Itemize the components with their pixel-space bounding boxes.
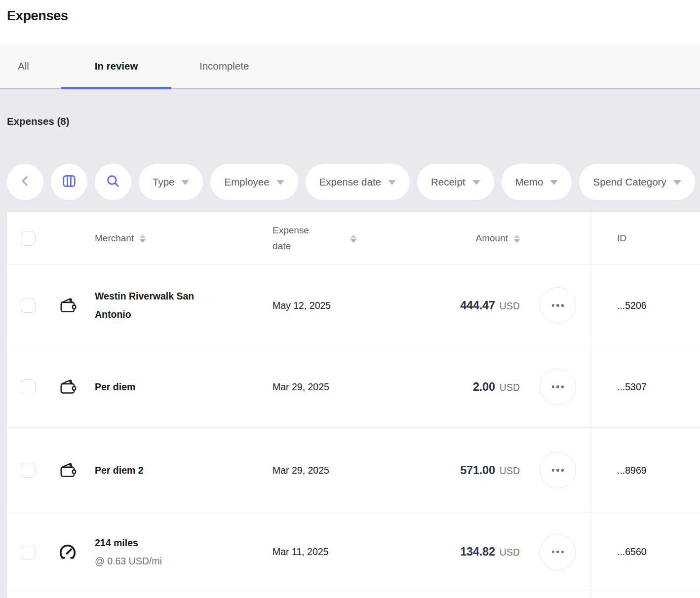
columns-icon — [62, 174, 77, 190]
speedometer-icon — [49, 543, 95, 561]
chevron-down-icon — [472, 180, 480, 185]
amount-value: 444.47 — [460, 299, 495, 312]
expense-date: Mar 29, 2025 — [272, 465, 360, 476]
expense-date: Mar 11, 2025 — [272, 546, 360, 558]
expense-date: May 12, 2025 — [272, 300, 360, 311]
columns-button[interactable] — [51, 164, 87, 200]
table-row[interactable]: Per diem Mar 29, 2025 2.00 USD ...5307 — [7, 346, 700, 428]
filter-expense-date-label: Expense date — [319, 176, 381, 188]
amount-currency: USD — [500, 382, 520, 393]
row-checkbox[interactable] — [21, 379, 36, 394]
row-actions-button[interactable] — [540, 452, 576, 488]
expenses-table: Merchant Expense date Amount ID — [7, 212, 700, 598]
tab-in-review[interactable]: In review — [61, 44, 171, 88]
filter-expense-date[interactable]: Expense date — [306, 164, 410, 200]
expense-id: ...5307 — [590, 381, 700, 393]
row-actions-button[interactable] — [540, 534, 576, 570]
row-checkbox[interactable] — [21, 463, 36, 478]
table-row[interactable]: Per diem 2 Mar 29, 2025 571.00 USD ...89… — [7, 428, 700, 513]
chevron-left-icon — [18, 174, 32, 190]
amount-value: 134.82 — [460, 545, 495, 559]
id-column-divider — [590, 212, 590, 598]
filter-memo-label: Memo — [515, 176, 544, 188]
filter-spend-category-label: Spend Category — [593, 176, 666, 188]
filter-spend-category[interactable]: Spend Category — [579, 164, 695, 200]
expense-id: ...8969 — [590, 465, 700, 476]
back-button[interactable] — [7, 164, 43, 200]
wallet-icon — [49, 378, 95, 396]
chevron-down-icon — [550, 180, 558, 185]
tab-all[interactable]: All — [18, 44, 29, 88]
amount-value: 2.00 — [473, 380, 495, 394]
wallet-icon — [49, 297, 95, 314]
filter-employee[interactable]: Employee — [210, 164, 298, 200]
filter-memo[interactable]: Memo — [502, 164, 572, 200]
merchant-name: 214 miles — [95, 534, 224, 552]
expense-date: Mar 29, 2025 — [272, 381, 360, 393]
filter-receipt-label: Receipt — [431, 176, 466, 188]
amount-currency: USD — [500, 465, 520, 477]
amount-currency: USD — [500, 547, 520, 558]
sort-icon[interactable] — [350, 234, 356, 243]
expense-id: ...5206 — [590, 300, 700, 311]
active-tab-underline — [61, 87, 171, 89]
row-actions-button[interactable] — [540, 287, 576, 324]
search-button[interactable] — [95, 164, 131, 200]
select-all-checkbox[interactable] — [21, 231, 36, 246]
column-header-amount: Amount — [476, 233, 508, 244]
amount-value: 571.00 — [460, 464, 495, 477]
wallet-icon — [49, 461, 95, 479]
tab-bar: All In review Incomplete — [0, 44, 700, 89]
column-header-expense-date: Expense date — [272, 223, 319, 254]
merchant-name: Westin Riverwalk San Antonio — [95, 287, 224, 324]
filter-type[interactable]: Type — [139, 164, 203, 200]
merchant-name: Per diem 2 — [95, 461, 224, 480]
tab-incomplete[interactable]: Incomplete — [199, 44, 249, 88]
chevron-down-icon — [181, 180, 189, 185]
amount-currency: USD — [500, 300, 520, 312]
chevron-down-icon — [388, 180, 396, 185]
row-actions-button[interactable] — [540, 369, 576, 405]
column-header-merchant: Merchant — [95, 233, 134, 244]
page-header: Expenses — [0, 0, 700, 44]
merchant-subtext: @ 0.63 USD/mi — [95, 552, 272, 570]
row-checkbox[interactable] — [21, 298, 36, 313]
sort-icon[interactable] — [140, 234, 146, 243]
row-checkbox[interactable] — [21, 545, 36, 560]
chevron-down-icon — [673, 180, 681, 185]
filter-type-label: Type — [153, 176, 174, 188]
filter-toolbar: Type Employee Expense date Receipt Memo … — [7, 164, 695, 200]
section-title: Expenses (8) — [7, 115, 69, 127]
table-row[interactable]: 214 miles @ 0.63 USD/mi Mar 11, 2025 134… — [7, 513, 700, 591]
search-icon — [106, 174, 120, 190]
content-area: Expenses (8) Type Employee Expense d — [0, 89, 700, 598]
chevron-down-icon — [276, 180, 284, 185]
merchant-name: Per diem — [95, 378, 224, 396]
expense-id: ...6560 — [590, 546, 700, 558]
table-header-row: Merchant Expense date Amount ID — [7, 212, 700, 265]
filter-receipt[interactable]: Receipt — [417, 164, 494, 200]
column-header-id: ID — [617, 233, 626, 244]
sort-icon[interactable] — [514, 234, 520, 243]
filter-employee-label: Employee — [224, 176, 269, 188]
table-row[interactable]: Westin Riverwalk San Antonio May 12, 202… — [7, 265, 700, 346]
page-title: Expenses — [7, 8, 68, 24]
